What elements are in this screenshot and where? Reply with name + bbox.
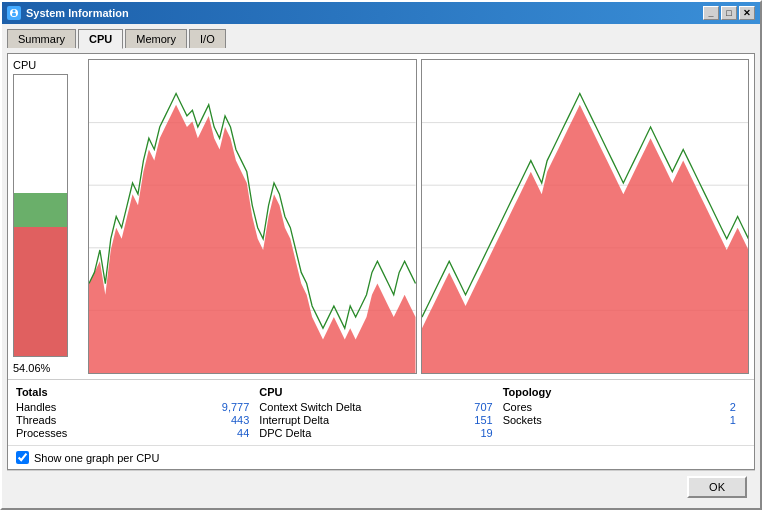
sockets-label: Sockets [503, 414, 542, 426]
context-switch-row: Context Switch Delta 707 [259, 401, 492, 413]
window-title: System Information [26, 7, 129, 19]
cpu-bar-container: CPU 54.06% [13, 59, 88, 374]
interrupt-label: Interrupt Delta [259, 414, 329, 426]
totals-title: Totals [16, 386, 249, 398]
cpu-graph-2-svg [422, 60, 749, 373]
tab-io[interactable]: I/O [189, 29, 226, 48]
svg-point-1 [13, 10, 16, 13]
cpu-graph-2 [421, 59, 750, 374]
tab-memory[interactable]: Memory [125, 29, 187, 48]
interrupt-row: Interrupt Delta 151 [259, 414, 492, 426]
title-buttons: _ □ ✕ [703, 6, 755, 20]
threads-label: Threads [16, 414, 56, 426]
one-graph-per-cpu-checkbox[interactable] [16, 451, 29, 464]
svg-rect-2 [12, 13, 16, 16]
cpu-graph-1 [88, 59, 417, 374]
threads-value: 443 [209, 414, 249, 426]
cpu-percent: 54.06% [13, 362, 50, 374]
cpu-label: CPU [13, 59, 36, 71]
cpu-stats-section: CPU Context Switch Delta 707 Interrupt D… [259, 386, 502, 439]
tab-summary[interactable]: Summary [7, 29, 76, 48]
stats-area: Totals Handles 9,777 Threads 443 Process… [8, 379, 754, 445]
processes-value: 44 [209, 427, 249, 439]
title-bar-left: System Information [7, 6, 129, 20]
close-button[interactable]: ✕ [739, 6, 755, 20]
handles-value: 9,777 [209, 401, 249, 413]
topology-title: Topology [503, 386, 736, 398]
cores-label: Cores [503, 401, 532, 413]
main-content: Summary CPU Memory I/O CPU 54.06% [2, 24, 760, 508]
cpu-bar-green [14, 193, 67, 227]
totals-section: Totals Handles 9,777 Threads 443 Process… [16, 386, 259, 439]
tab-cpu[interactable]: CPU [78, 29, 123, 49]
title-bar: System Information _ □ ✕ [2, 2, 760, 24]
dpc-value: 19 [453, 427, 493, 439]
sockets-value: 1 [696, 414, 736, 426]
processes-row: Processes 44 [16, 427, 249, 439]
cpu-bar-red [14, 227, 67, 356]
tab-content-cpu: CPU 54.06% [7, 53, 755, 470]
cpu-graph-1-svg [89, 60, 416, 373]
checkbox-row: Show one graph per CPU [8, 445, 754, 469]
minimize-button[interactable]: _ [703, 6, 719, 20]
dpc-label: DPC Delta [259, 427, 311, 439]
handles-label: Handles [16, 401, 56, 413]
tab-bar: Summary CPU Memory I/O [7, 29, 755, 48]
main-graph-area: CPU 54.06% [8, 54, 754, 379]
topology-section: Topology Cores 2 Sockets 1 [503, 386, 746, 439]
interrupt-value: 151 [453, 414, 493, 426]
ok-button[interactable]: OK [687, 476, 747, 498]
cpu-usage-bar [13, 74, 68, 357]
context-switch-label: Context Switch Delta [259, 401, 361, 413]
cpu-graphs-area [88, 59, 749, 374]
cores-value: 2 [696, 401, 736, 413]
processes-label: Processes [16, 427, 67, 439]
handles-row: Handles 9,777 [16, 401, 249, 413]
maximize-button[interactable]: □ [721, 6, 737, 20]
cpu-stats-title: CPU [259, 386, 492, 398]
threads-row: Threads 443 [16, 414, 249, 426]
cores-row: Cores 2 [503, 401, 736, 413]
dpc-row: DPC Delta 19 [259, 427, 492, 439]
window-icon [7, 6, 21, 20]
context-switch-value: 707 [453, 401, 493, 413]
sockets-row: Sockets 1 [503, 414, 736, 426]
system-information-window: System Information _ □ ✕ Summary CPU Mem… [0, 0, 762, 510]
one-graph-per-cpu-label[interactable]: Show one graph per CPU [34, 452, 159, 464]
bottom-bar: OK [7, 470, 755, 503]
